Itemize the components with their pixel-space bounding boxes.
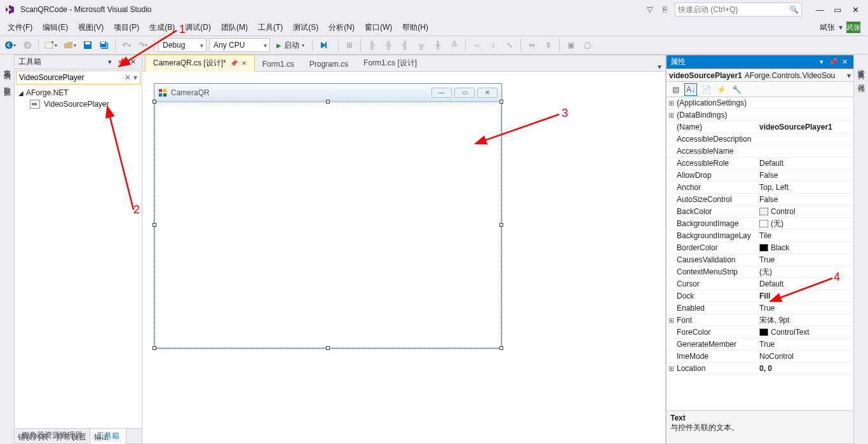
menu-tools[interactable]: 工具(T) xyxy=(253,20,288,35)
property-row[interactable]: GenerateMemberTrue xyxy=(667,339,853,351)
close-tab-icon[interactable]: ✕ xyxy=(241,60,247,67)
search-dropdown-icon[interactable]: ▾ xyxy=(133,73,137,82)
user-name[interactable]: 斌张 xyxy=(820,22,835,33)
form-designer-window[interactable]: CameraQR — ▭ ✕ xyxy=(154,83,502,349)
start-debug-button[interactable]: ▶启动▾ xyxy=(273,38,308,52)
align-top-icon[interactable]: ╦ xyxy=(414,38,428,52)
save-all-button[interactable] xyxy=(97,38,111,52)
redo-button[interactable]: ↷▾ xyxy=(136,38,150,52)
property-row[interactable]: (Name)videoSourcePlayer1 xyxy=(667,121,853,133)
tab-error-list[interactable]: 错误列表 xyxy=(18,432,48,443)
resize-handle[interactable] xyxy=(326,100,330,104)
property-row[interactable]: BackColorControl xyxy=(667,206,853,218)
properties-object-selector[interactable]: videoSourcePlayer1AForge.Controls.VideoS… xyxy=(667,69,853,82)
property-row[interactable]: ContextMenuStrip(无) xyxy=(667,266,853,278)
property-value[interactable]: videoSourcePlayer1 xyxy=(757,123,853,131)
size-height-icon[interactable]: ↕ xyxy=(486,38,500,52)
properties-grid[interactable]: ⊞(ApplicationSettings)⊞(DataBindings)(Na… xyxy=(667,97,853,410)
property-row[interactable]: AutoSizeControlFalse xyxy=(667,194,853,206)
property-row[interactable]: ImeModeNoControl xyxy=(667,351,853,363)
menu-project[interactable]: 项目(P) xyxy=(109,20,144,35)
new-project-button[interactable]: ▾ xyxy=(43,38,59,52)
resize-handle[interactable] xyxy=(153,223,156,227)
menu-build[interactable]: 生成(B) xyxy=(144,20,180,35)
property-value[interactable]: 0, 0 xyxy=(757,364,853,373)
quick-launch-search[interactable]: 🔍 xyxy=(675,3,802,17)
property-row[interactable]: ⊞(ApplicationSettings) xyxy=(667,97,853,109)
categorized-icon[interactable]: ▤ xyxy=(669,83,682,96)
tabs-overflow-icon[interactable]: ▾ xyxy=(658,62,665,71)
user-avatar-badge[interactable]: 武张 xyxy=(846,22,860,33)
property-pages-icon[interactable]: 🔧 xyxy=(730,83,743,96)
notifications-icon[interactable]: ▽ xyxy=(644,4,654,15)
property-row[interactable]: AccessibleDescription xyxy=(667,133,853,145)
property-row[interactable]: CausesValidationTrue xyxy=(667,254,853,266)
property-value[interactable]: Black xyxy=(757,243,853,252)
close-button[interactable]: ✕ xyxy=(848,3,863,16)
chevron-down-icon[interactable]: ▾ xyxy=(105,57,115,67)
close-icon[interactable]: ✕ xyxy=(839,57,850,67)
toolbox-group[interactable]: ◢ AForge.NET xyxy=(15,87,142,98)
property-row[interactable]: ⊞(DataBindings) xyxy=(667,109,853,121)
nav-back-button[interactable]: ▾ xyxy=(3,38,18,52)
property-value[interactable]: True xyxy=(757,340,853,349)
toolbox-tree[interactable]: ◢ AForge.NET VideoSourcePlayer xyxy=(15,86,142,428)
resize-handle[interactable] xyxy=(499,223,503,227)
chevron-down-icon[interactable]: ▾ xyxy=(817,57,827,67)
property-value[interactable]: Control xyxy=(757,207,853,216)
toolbox-search-input[interactable] xyxy=(19,73,123,82)
property-row[interactable]: CursorDefault xyxy=(667,278,853,290)
vspace-icon[interactable]: ⇕ xyxy=(541,38,555,52)
property-value[interactable]: True xyxy=(757,304,853,313)
feedback-icon[interactable]: ⎘ xyxy=(660,4,670,15)
property-value[interactable]: False xyxy=(757,195,853,204)
doc-tab-active[interactable]: CameraQR.cs [设计]*📌✕ xyxy=(145,55,255,72)
doc-tab[interactable]: Form1.cs [设计] xyxy=(356,55,424,71)
property-row[interactable]: AnchorTop, Left xyxy=(667,182,853,194)
clear-icon[interactable]: ✕ xyxy=(125,73,131,82)
property-value[interactable]: Default xyxy=(757,159,853,168)
toolbox-search[interactable]: ✕ ▾ xyxy=(16,71,140,84)
menu-edit[interactable]: 编辑(E) xyxy=(37,20,73,35)
property-row[interactable]: AccessibleName xyxy=(667,145,853,158)
property-value[interactable]: 宋体, 9pt xyxy=(757,315,853,326)
nav-fwd-button[interactable] xyxy=(20,38,34,52)
tab-output[interactable]: 输出 xyxy=(94,432,109,443)
menu-test[interactable]: 测试(S) xyxy=(288,20,323,35)
menu-help[interactable]: 帮助(H) xyxy=(397,20,433,35)
size-both-icon[interactable]: ⤡ xyxy=(503,38,517,52)
vtab-properties[interactable]: 属性 xyxy=(855,74,867,86)
minimize-button[interactable]: — xyxy=(812,3,827,16)
resize-handle[interactable] xyxy=(326,346,330,350)
vtab-doc-outline[interactable]: 文档大纲 xyxy=(1,58,13,74)
property-value[interactable]: Fill xyxy=(757,292,853,300)
expand-icon[interactable]: ⊞ xyxy=(667,99,675,107)
property-value[interactable]: Top, Left xyxy=(757,183,853,192)
quick-launch-input[interactable] xyxy=(678,5,789,14)
property-value[interactable]: True xyxy=(757,255,853,264)
undo-button[interactable]: ↶▾ xyxy=(119,38,133,52)
menu-file[interactable]: 文件(F) xyxy=(3,20,37,35)
video-source-player-control[interactable] xyxy=(154,102,501,348)
bring-front-icon[interactable]: ▣ xyxy=(564,38,578,52)
collapse-icon[interactable]: ◢ xyxy=(18,90,24,97)
align-middle-icon[interactable]: ╫ xyxy=(431,38,445,52)
align-right-icon[interactable]: ╣ xyxy=(398,38,412,52)
expand-icon[interactable]: ⊞ xyxy=(667,316,675,325)
search-icon[interactable]: 🔍 xyxy=(789,5,799,14)
property-row[interactable]: ⊞Font宋体, 9pt xyxy=(667,314,853,326)
resize-handle[interactable] xyxy=(499,100,503,104)
send-back-icon[interactable]: ▢ xyxy=(580,38,594,52)
property-row[interactable]: BackgroundImage(无) xyxy=(667,218,853,230)
step-button[interactable] xyxy=(316,38,330,52)
designer-canvas[interactable]: CameraQR — ▭ ✕ xyxy=(142,72,665,443)
property-row[interactable]: AccessibleRoleDefault xyxy=(667,158,853,170)
expand-icon[interactable]: ⊞ xyxy=(667,365,675,373)
property-row[interactable]: DockFill xyxy=(667,290,853,302)
doc-tab[interactable]: Program.cs xyxy=(302,57,356,71)
alphabetical-icon[interactable]: A↓ xyxy=(684,83,697,96)
align-center-icon[interactable]: ╬ xyxy=(381,38,395,52)
align-bottom-icon[interactable]: ╩ xyxy=(447,38,461,52)
hspace-icon[interactable]: ⇔ xyxy=(525,38,539,52)
property-row[interactable]: BackgroundImageLayTile xyxy=(667,230,853,242)
